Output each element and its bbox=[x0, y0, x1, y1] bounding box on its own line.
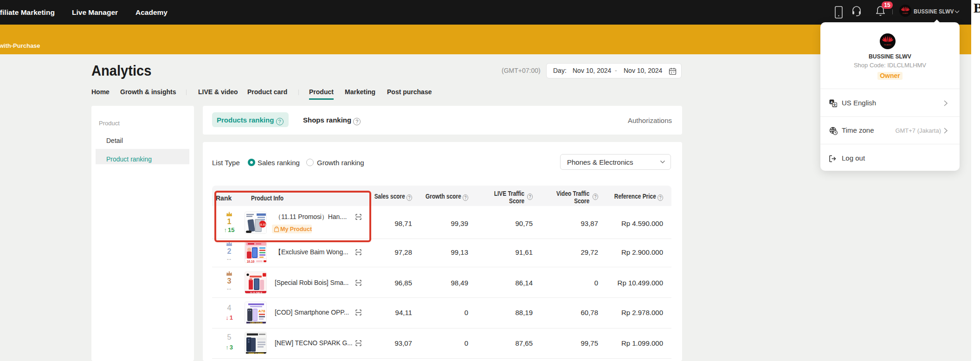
svg-text:A78: A78 bbox=[258, 309, 265, 313]
svg-text:11.11 SALE: 11.11 SALE bbox=[250, 291, 263, 294]
svg-text:HUAWEI: HUAWEI bbox=[903, 13, 908, 14]
svg-text:1.99% CICILAN: 1.99% CICILAN bbox=[250, 322, 262, 324]
svg-text:HUAWEI: HUAWEI bbox=[884, 44, 891, 46]
svg-text:10.10: 10.10 bbox=[247, 260, 255, 263]
svg-text:SPARK 30 SERIES: SPARK 30 SERIES bbox=[248, 353, 264, 355]
svg-text:文: 文 bbox=[832, 103, 836, 107]
